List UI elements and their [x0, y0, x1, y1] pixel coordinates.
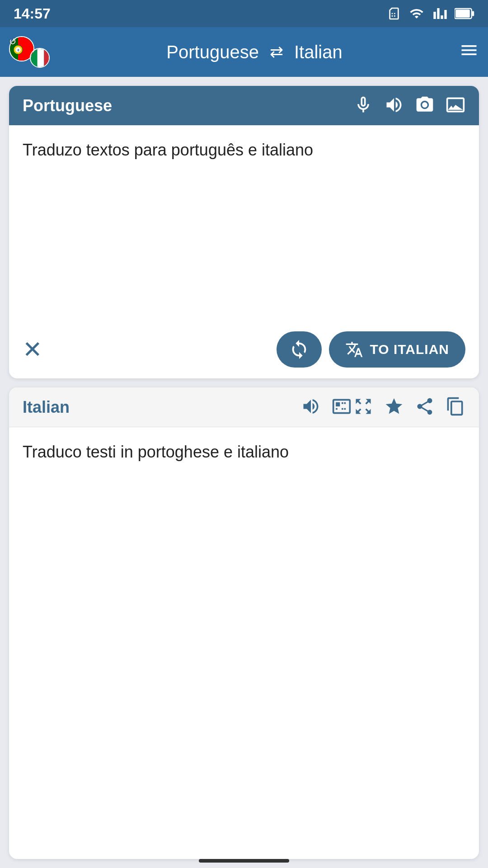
swap-arrows-icon[interactable]: ⇄ [270, 42, 283, 61]
source-text-display[interactable]: Traduzo textos para português e italiano [9, 125, 479, 324]
source-panel: Portuguese Traduz [9, 86, 479, 378]
image-button[interactable] [446, 95, 465, 116]
source-language-name[interactable]: Portuguese [166, 42, 259, 62]
svg-rect-9 [38, 49, 44, 68]
volume-button-target[interactable] [301, 396, 321, 418]
svg-text:⚜: ⚜ [17, 48, 20, 52]
copy-button[interactable] [446, 396, 465, 418]
fullscreen-button[interactable] [353, 396, 373, 418]
microphone-button[interactable] [353, 95, 373, 116]
svg-rect-10 [44, 49, 50, 68]
target-language-name[interactable]: Italian [294, 42, 343, 62]
source-actions: TO ITALIAN [277, 331, 465, 368]
target-panel-header: Italian [9, 387, 479, 427]
source-lang-label: Portuguese [23, 96, 112, 115]
app-header: ⚜ ↺ Portuguese ⇄ Italian [0, 27, 488, 77]
signal-icon [432, 6, 448, 21]
target-lang-label: Italian [23, 398, 70, 417]
source-panel-header: Portuguese [9, 86, 479, 125]
target-text-display: Traduco testi in portoghese e italiano [9, 427, 479, 477]
source-footer: ✕ TO ITALIAN [9, 324, 479, 378]
source-header-icons [353, 95, 465, 116]
home-indicator [199, 859, 289, 863]
svg-rect-1 [472, 11, 474, 16]
target-header-icons [301, 396, 465, 418]
translate-button[interactable]: TO ITALIAN [329, 331, 465, 368]
camera-button[interactable] [415, 95, 435, 116]
menu-button[interactable] [459, 40, 479, 64]
lang-flags[interactable]: ⚜ ↺ [9, 36, 50, 68]
svg-rect-2 [455, 9, 469, 17]
wifi-icon [408, 6, 426, 21]
main-content: Portuguese Traduz [0, 77, 488, 868]
expand-button[interactable] [332, 396, 352, 418]
swap-small-icon: ↺ [9, 36, 17, 47]
target-text: Traduco testi in portoghese e italiano [23, 443, 289, 461]
status-time: 14:57 [14, 5, 51, 22]
source-text: Traduzo textos para português e italiano [23, 141, 313, 159]
target-panel: Italian [9, 387, 479, 859]
favorite-button[interactable] [384, 396, 404, 418]
language-selector[interactable]: Portuguese ⇄ Italian [59, 42, 450, 62]
translate-button-label: TO ITALIAN [370, 342, 449, 357]
volume-button-source[interactable] [384, 95, 404, 116]
rotate-listen-button[interactable] [277, 331, 322, 368]
status-bar: 14:57 [0, 0, 488, 27]
clear-button[interactable]: ✕ [23, 338, 42, 361]
italian-flag [30, 48, 50, 68]
battery-icon [455, 7, 474, 20]
sim-icon [387, 6, 401, 21]
status-icons [387, 6, 474, 21]
share-button[interactable] [415, 396, 435, 418]
